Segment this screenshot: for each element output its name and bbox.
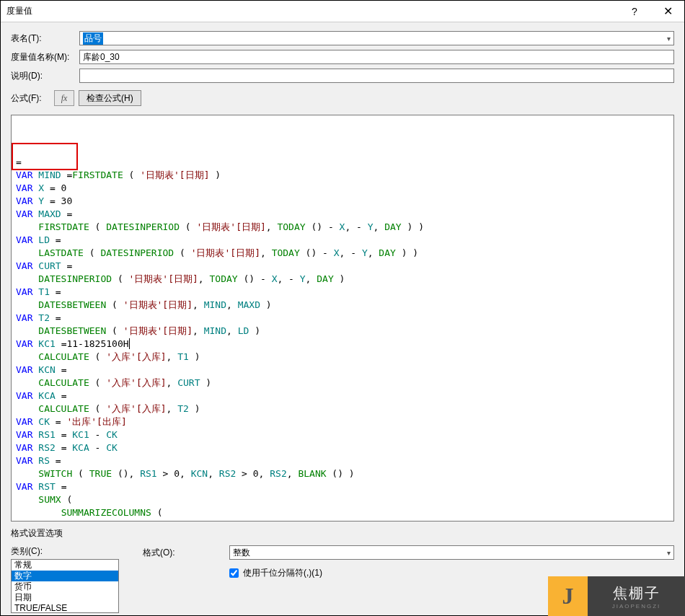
formula-line: VAR RS1 = KC1 - CK [16,428,669,441]
help-button[interactable]: ? [618,1,651,22]
category-item[interactable]: 常规 [12,560,118,571]
chevron-down-icon: ▾ [667,549,671,557]
thousands-label: 使用千位分隔符(,)(1) [243,567,322,579]
brand-logo: J 焦棚子 JIAOPENGZI [548,576,685,616]
category-item[interactable]: 日期 [12,592,118,603]
formula-line: DATESINPERIOD ( '日期表'[日期], TODAY () - X,… [16,273,669,286]
table-name-select[interactable]: 品号 ▾ [79,31,674,45]
description-input[interactable] [79,69,674,83]
format-section-label: 格式设置选项 [11,527,674,540]
formula-line: VAR KCN = [16,364,669,377]
formula-line: FIRSTDATE ( DATESINPERIOD ( '日期表'[日期], T… [16,221,669,234]
titlebar: 度量值 ? ✕ [1,1,684,22]
formula-line: = [16,156,669,169]
formula-line: SWITCH ( TRUE (), RS1 > 0, KCN, RS2 > 0,… [16,467,669,480]
formula-line: VAR KCA = [16,390,669,402]
thousands-checkbox[interactable] [229,568,239,578]
logo-sub-text: JIAOPENGZI [612,603,661,610]
formula-line: SUMX ( [16,493,669,506]
category-list[interactable]: 常规数字货币日期TRUE/FALSE [11,559,119,613]
formula-line: VAR LD = [16,234,669,247]
formula-line: DATESBETWEEN ( '日期表'[日期], MIND, LD ) [16,325,669,338]
formula-line: VAR RS2 = KCA - CK [16,441,669,454]
chevron-down-icon: ▾ [667,35,671,43]
formula-line: VAR MAXD = [16,208,669,221]
formula-line: CALCULATE ( '入库'[入库], CURT ) [16,377,669,390]
category-item[interactable]: 货币 [12,581,118,592]
format-value: 整数 [233,547,250,559]
formula-line: VAR RST = [16,480,669,493]
format-select[interactable]: 整数 ▾ [229,545,674,560]
measure-name-input[interactable] [79,50,674,64]
formula-line: VAR X = 0 [16,182,669,195]
formula-line: DATESBETWEEN ( '日期表'[日期], MIND, MAXD ) [16,299,669,312]
table-name-value: 品号 [83,32,103,45]
formula-line: VAR Y = 30 [16,195,669,208]
close-button[interactable]: ✕ [651,1,684,22]
formula-line: CALCULATE ( '入库'[入库], T2 ) [16,402,669,415]
formula-line: LASTDATE ( DATESINPERIOD ( '日期表'[日期], TO… [16,247,669,260]
category-label: 类别(C): [11,545,130,558]
formula-line: VAR T1 = [16,286,669,299]
window-title: 度量值 [6,5,618,17]
formula-line: VAR RS = [16,454,669,467]
formula-line: VAR T2 = [16,312,669,325]
formula-label: 公式(F): [11,92,54,105]
formula-line: VAR CK = '出库'[出库] [16,415,669,428]
description-label: 说明(D): [11,70,79,82]
formula-line: VAR MIND =FIRSTDATE ( '日期表'[日期] ) [16,169,669,182]
logo-letter: J [548,576,588,616]
check-formula-button[interactable]: 检查公式(H) [79,90,141,106]
logo-main-text: 焦棚子 [613,584,660,603]
category-item[interactable]: 数字 [12,571,118,581]
category-item[interactable]: TRUE/FALSE [12,603,118,613]
formula-editor[interactable]: =VAR MIND =FIRSTDATE ( '日期表'[日期] )VAR X … [11,115,674,522]
formula-line: VAR KC1 =11-1825100H [16,338,669,351]
dialog-window: 度量值 ? ✕ 表名(T): 品号 ▾ 度量值名称(M): 说明(D): 公式(… [0,0,685,616]
fx-button[interactable]: fx [54,90,74,106]
formula-line: CALCULATE ( '入库'[入库], T1 ) [16,351,669,364]
format-label: 格式(O): [143,547,229,559]
formula-line: VAR CURT = [16,260,669,273]
formula-line: SUMMARIZECOLUMNS ( [16,506,669,519]
table-name-label: 表名(T): [11,32,79,45]
measure-name-label: 度量值名称(M): [11,51,79,63]
